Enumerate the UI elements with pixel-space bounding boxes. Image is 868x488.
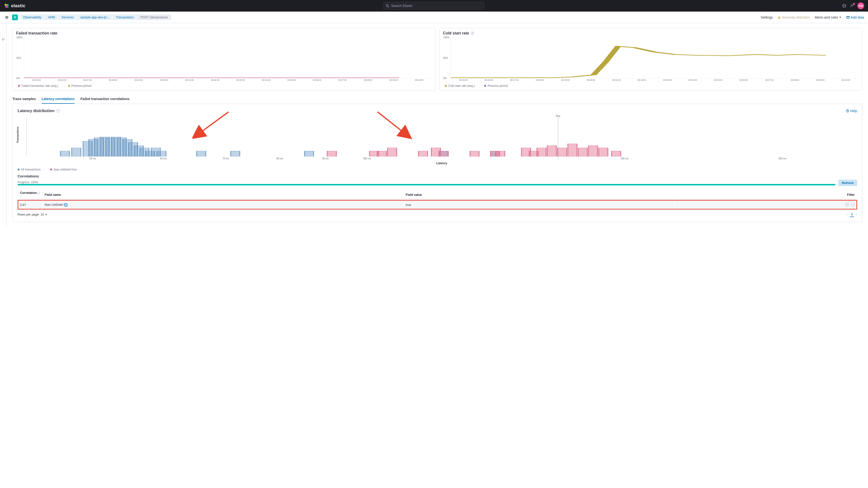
setup-guide-icon[interactable]	[850, 3, 855, 8]
filter-out-icon[interactable]: −	[851, 203, 855, 207]
svg-rect-37	[157, 151, 166, 156]
rows-per-page-dropdown[interactable]: Rows per page: 10	[18, 213, 47, 216]
col-field-name[interactable]: Field name	[43, 189, 403, 200]
pager-prev[interactable]: ‹	[846, 213, 847, 216]
progress-label: Progress: 100%	[18, 181, 835, 184]
failed-transaction-rate-panel: Failed transaction rate 100% 50% 0% 08:2…	[12, 28, 435, 91]
svg-point-2	[5, 6, 7, 8]
svg-line-79	[66, 206, 67, 206]
info-icon[interactable]: ?	[470, 32, 474, 35]
global-header: elastic Search Elastic AW	[0, 0, 868, 11]
panel-title: Cold start rate ?	[443, 31, 859, 35]
svg-rect-52	[388, 148, 397, 156]
correlations-heading: Correlations	[18, 174, 857, 178]
section-title: Latency distribution	[18, 109, 55, 113]
cold-start-rate-panel: Cold start rate ? 100% 50% 0% 08:25:0008…	[439, 28, 862, 91]
filter-in-icon[interactable]: +	[845, 203, 849, 207]
svg-rect-54	[418, 151, 428, 156]
tab-latency-correlations[interactable]: Latency correlations	[42, 94, 75, 104]
brand-name: elastic	[11, 3, 26, 8]
col-field-value[interactable]: Field value	[404, 189, 674, 200]
add-data-icon	[846, 16, 850, 19]
add-data-link[interactable]: Add data	[846, 16, 864, 19]
svg-rect-38	[196, 151, 206, 156]
svg-point-0	[5, 4, 6, 6]
anomaly-detection-link[interactable]: Anomaly detection	[778, 16, 810, 19]
global-search-input[interactable]: Search Elastic	[383, 2, 485, 10]
inspect-icon[interactable]	[64, 203, 67, 207]
brand-logo[interactable]: elastic	[4, 3, 26, 8]
svg-rect-39	[231, 151, 240, 156]
svg-rect-10	[847, 16, 849, 18]
svg-point-78	[65, 204, 66, 206]
svg-rect-65	[537, 148, 546, 156]
legend-item[interactable]: Previous period	[68, 84, 91, 88]
breadcrumb-item[interactable]: sample-app-dev-pr...	[75, 14, 112, 20]
cold-start-chart[interactable]: 100% 50% 0%	[451, 37, 859, 79]
pager-page[interactable]: 1	[850, 212, 854, 217]
svg-point-4	[386, 5, 389, 7]
expand-icon	[2, 38, 5, 41]
nav-toggle-button[interactable]	[4, 14, 10, 20]
breadcrumb-item[interactable]: Services	[57, 14, 77, 20]
table-row[interactable]: 0.87 faas.coldstart true +−	[18, 201, 857, 209]
warning-icon	[778, 16, 781, 19]
hamburger-icon	[5, 16, 9, 19]
latency-histogram[interactable]: Transactions 95p 100 10 1 50 ms60 ms70 m…	[26, 118, 857, 165]
sidebar-collapse-toggle[interactable]	[0, 23, 7, 227]
col-filter: Filter	[675, 189, 857, 200]
legend-item[interactable]: All transactions	[18, 168, 40, 171]
legend-item[interactable]: Previous period	[484, 84, 507, 88]
panel-title: Failed transaction rate	[16, 31, 432, 35]
newsfeed-icon[interactable]	[842, 3, 847, 8]
info-icon[interactable]: ?	[56, 109, 60, 113]
svg-rect-51	[377, 151, 386, 156]
breadcrumb-item[interactable]: Transactions	[111, 14, 137, 20]
app-subheader: D Observability APM Services sample-app-…	[0, 11, 868, 23]
svg-point-3	[7, 6, 9, 8]
svg-rect-41	[305, 151, 314, 156]
progress-bar	[18, 184, 835, 185]
svg-rect-22	[60, 151, 69, 156]
settings-link[interactable]: Settings	[761, 16, 773, 19]
correlations-table: Correlationi ↓ Field name Field value Fi…	[18, 189, 857, 210]
legend-item[interactable]: Failed transaction rate (avg.)	[18, 84, 58, 88]
svg-line-5	[388, 6, 389, 7]
legend-item[interactable]: faas.coldstart:true	[50, 168, 76, 171]
sort-desc-icon: ↓	[20, 195, 22, 198]
elastic-logo-icon	[4, 3, 9, 8]
svg-rect-23	[72, 148, 81, 156]
svg-rect-67	[557, 148, 567, 156]
refresh-button[interactable]: Refresh	[838, 180, 857, 186]
help-link[interactable]: Help	[846, 109, 857, 113]
latency-correlations-panel: Latency distribution ? Help Transactions…	[12, 104, 862, 222]
svg-rect-47	[327, 151, 336, 156]
svg-rect-69	[578, 148, 587, 156]
col-correlation[interactable]: Correlationi ↓	[18, 189, 42, 200]
tab-trace-samples[interactable]: Trace samples	[12, 94, 36, 104]
svg-rect-68	[568, 144, 577, 156]
svg-rect-59	[470, 151, 479, 156]
breadcrumb-item-current: POST /dev/produce	[135, 14, 171, 20]
legend-item[interactable]: Cold start rate (avg.)	[445, 84, 474, 88]
search-icon	[386, 4, 389, 7]
breadcrumb-item[interactable]: APM	[43, 14, 58, 20]
svg-rect-61	[496, 151, 505, 156]
svg-rect-70	[589, 146, 598, 156]
svg-rect-66	[547, 146, 557, 156]
help-icon	[846, 109, 849, 113]
svg-rect-71	[599, 148, 608, 156]
failed-rate-chart[interactable]: 100% 50% 0%	[24, 37, 432, 79]
svg-point-17	[847, 112, 848, 112]
correlation-tabs: Trace samples Latency correlations Faile…	[12, 94, 862, 104]
breadcrumb: Observability APM Services sample-app-de…	[20, 14, 171, 20]
breadcrumb-item[interactable]: Observability	[20, 14, 44, 20]
chevron-down-icon	[839, 16, 841, 19]
space-badge[interactable]: D	[12, 14, 18, 20]
tab-failed-correlations[interactable]: Failed transaction correlations	[80, 94, 129, 104]
alerts-rules-dropdown[interactable]: Alerts and rules	[815, 16, 841, 19]
user-avatar[interactable]: AW	[858, 2, 864, 9]
svg-rect-72	[612, 151, 621, 156]
pager-next[interactable]: ›	[856, 213, 857, 216]
svg-rect-56	[439, 151, 448, 156]
